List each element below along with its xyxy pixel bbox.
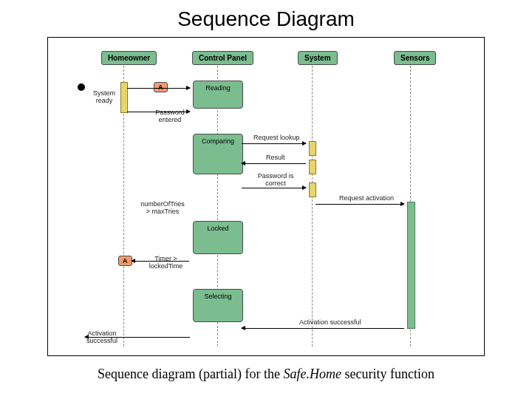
arrow-password-entered — [127, 112, 190, 112]
start-node-icon — [78, 83, 85, 91]
msg-request-activation: Request activation — [339, 194, 394, 202]
msg-timer-locked: Timer >lockedTime — [146, 255, 186, 270]
lifeline-sensors: Sensors — [394, 51, 436, 65]
caption-italic: Safe.Home — [283, 366, 341, 381]
activation-homeowner — [120, 82, 128, 113]
lifeline-line-system — [312, 66, 313, 347]
arrow-request-activation — [316, 204, 404, 205]
msg-activation-successful-1: Activation successful — [299, 318, 361, 326]
msg-number-tries: numberOfTries> maxTries — [137, 200, 188, 215]
state-comparing: Comparing — [193, 134, 243, 174]
msg-system-ready: Systemready — [89, 89, 119, 104]
activation-sensors — [407, 202, 415, 329]
lifeline-control-panel: Control Panel — [192, 51, 253, 65]
page-title: Sequence Diagram — [0, 7, 532, 31]
state-selecting: Selecting — [193, 289, 243, 322]
caption-prefix: Sequence diagram (partial) for the — [98, 366, 283, 381]
marker-a-2: A — [118, 256, 132, 266]
msg-request-lookup: Request lookup — [253, 134, 300, 141]
state-reading: Reading — [193, 81, 243, 109]
arrow-activation-successful-2 — [85, 337, 190, 338]
arrow-activation-successful-1 — [242, 328, 404, 329]
arrow-result — [242, 163, 306, 164]
lifeline-system: System — [298, 51, 338, 65]
arrow-request-lookup — [242, 143, 306, 144]
caption-suffix: security function — [341, 366, 434, 381]
marker-a-1: A — [154, 82, 168, 92]
arrow-system-ready — [127, 88, 190, 89]
lifeline-homeowner: Homeowner — [101, 51, 157, 65]
msg-password-correct: Password iscorrect — [253, 172, 298, 187]
activation-system-3 — [309, 183, 316, 197]
caption: Sequence diagram (partial) for the Safe.… — [0, 366, 532, 382]
msg-result: Result — [266, 154, 285, 161]
msg-password-entered: Passwordentered — [151, 109, 188, 123]
activation-system-1 — [309, 141, 316, 156]
state-locked: Locked — [193, 221, 243, 254]
activation-system-2 — [309, 160, 316, 174]
arrow-password-correct — [242, 188, 306, 188]
diagram-canvas: Homeowner Control Panel System Sensors A… — [47, 37, 485, 356]
